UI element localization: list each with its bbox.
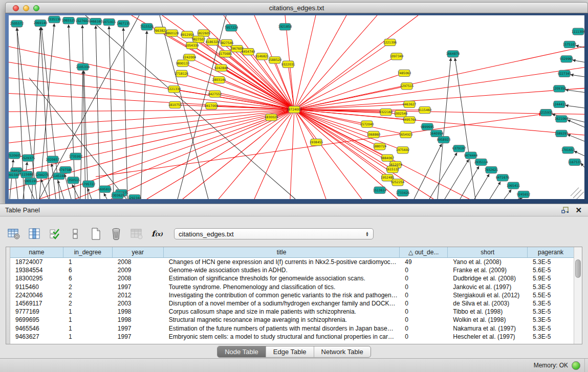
table-cell[interactable]: 5.9E-5 [528, 275, 574, 282]
table-cell[interactable]: 0 [400, 292, 448, 299]
graph-node[interactable] [90, 18, 101, 25]
graph-node[interactable] [198, 30, 209, 36]
column-header-out-degree[interactable]: △ out_de... [400, 247, 448, 257]
graph-node[interactable] [282, 61, 294, 68]
table-cell[interactable]: 0 [400, 283, 448, 291]
table-cell[interactable]: Disruption of a novel member of a sodium… [164, 300, 400, 307]
graph-node[interactable] [70, 153, 81, 160]
table-cell[interactable]: Tibbo et al. (1998) [448, 308, 528, 315]
table-cell[interactable]: Changes of HCN gene expression and I(f) … [164, 258, 400, 266]
table-cell[interactable]: Tourette syndrome. Phenomenology and cla… [164, 283, 400, 291]
table-cell[interactable]: Stergiakouli et al. (2012) [448, 292, 528, 299]
table-cell[interactable]: 6 [63, 275, 113, 282]
table-cell[interactable]: 2 [63, 292, 113, 299]
table-cell[interactable]: Estimation of significance thresholds fo… [164, 275, 400, 282]
table-row[interactable]: 1830029562008Estimation of significance … [10, 274, 574, 282]
table-cell[interactable]: Estimation of the future numbers of pati… [164, 325, 400, 332]
graph-node[interactable] [112, 192, 123, 199]
graph-node[interactable] [431, 130, 442, 137]
table-cell[interactable]: 0 [400, 300, 448, 307]
table-cell[interactable]: 9699695 [10, 316, 63, 323]
table-cell[interactable]: 1 [63, 308, 113, 315]
new-table-icon[interactable] [89, 227, 102, 240]
graph-node[interactable] [453, 145, 465, 152]
table-cell[interactable]: 6 [63, 267, 113, 274]
graph-node[interactable] [554, 85, 565, 92]
graph-node[interactable] [382, 174, 393, 181]
table-cell[interactable]: 0 [400, 333, 448, 340]
graph-node[interactable] [9, 152, 20, 159]
graph-node[interactable] [226, 25, 237, 31]
import-table-icon[interactable] [130, 227, 143, 240]
graph-node[interactable] [561, 56, 572, 62]
table-cell[interactable]: Hescheler et al. (1997) [448, 333, 528, 340]
table-cell[interactable]: Structural magnetic resonance image aver… [164, 316, 400, 323]
graph-node[interactable] [68, 177, 79, 184]
graph-node[interactable] [269, 57, 280, 63]
table-cell[interactable]: 5.3E-5 [528, 316, 574, 323]
graph-node[interactable] [404, 117, 415, 123]
graph-node[interactable] [23, 155, 34, 161]
table-cell[interactable]: 9777169 [10, 308, 63, 315]
table-cell[interactable]: 9465546 [10, 325, 63, 332]
graph-node[interactable] [182, 31, 193, 38]
graph-node[interactable] [129, 194, 140, 199]
graph-node[interactable] [564, 41, 575, 48]
graph-node[interactable] [486, 166, 497, 173]
table-row[interactable]: 1872400712008Changes of HCN gene express… [10, 258, 574, 266]
graph-node[interactable] [556, 130, 567, 137]
graph-node[interactable] [47, 156, 58, 163]
graph-node[interactable] [391, 53, 402, 60]
graph-node[interactable] [573, 28, 584, 35]
graph-node[interactable] [497, 174, 508, 181]
table-cell[interactable]: 0 [400, 325, 448, 332]
column-select-icon[interactable] [28, 227, 41, 240]
window-titlebar[interactable]: citations_edges.txt [5, 2, 588, 13]
graph-node[interactable] [374, 143, 385, 150]
graph-node[interactable] [118, 20, 129, 27]
table-cell[interactable]: 5.3E-5 [528, 333, 574, 340]
graph-node[interactable] [186, 42, 198, 49]
graph-node[interactable] [475, 159, 487, 165]
scrollbar-thumb[interactable] [575, 259, 581, 278]
table-cell[interactable]: 2008 [113, 275, 164, 282]
graph-node[interactable] [63, 17, 74, 24]
graph-node[interactable] [395, 111, 406, 117]
graph-node[interactable] [404, 101, 415, 107]
table-cell[interactable]: 2009 [113, 267, 164, 274]
network-canvas[interactable]: 2505572206914023351361065525152760284661… [9, 15, 584, 199]
table-cell[interactable]: Yano et al. (2008) [448, 258, 528, 266]
table-cell[interactable]: 5.3E-5 [528, 308, 574, 315]
table-cell[interactable]: 0 [400, 275, 448, 282]
table-cell[interactable]: Corpus callosum shape and size in male p… [164, 308, 400, 315]
float-panel-icon[interactable] [561, 207, 569, 214]
graph-node[interactable] [384, 39, 396, 46]
close-panel-icon[interactable]: ✕ [575, 206, 582, 214]
table-cell[interactable]: 5.3E-5 [528, 258, 574, 266]
graph-node[interactable] [559, 70, 570, 77]
table-cell[interactable]: 2 [63, 283, 113, 291]
delete-table-icon[interactable] [110, 227, 123, 240]
graph-node[interactable] [141, 24, 153, 30]
graph-node[interactable] [400, 131, 411, 138]
graph-node[interactable] [77, 18, 88, 25]
graph-node[interactable] [361, 121, 373, 127]
graph-node[interactable] [221, 39, 232, 46]
graph-node[interactable] [465, 152, 476, 159]
table-cell[interactable]: 0 [400, 316, 448, 323]
table-cell[interactable]: 22420046 [10, 292, 63, 299]
graph-node[interactable] [35, 20, 46, 27]
table-cell[interactable]: 18724007 [10, 258, 63, 266]
table-cell[interactable]: 1 [63, 316, 113, 323]
column-header-in-degree[interactable]: in_degree [63, 247, 113, 257]
table-cell[interactable]: Wolkin et al. (1998) [448, 316, 528, 323]
row-select-icon[interactable] [48, 227, 61, 240]
graph-node[interactable] [11, 20, 23, 27]
graph-node[interactable] [399, 70, 410, 76]
tab-node-table[interactable]: Node Table [217, 346, 266, 357]
graph-node[interactable] [518, 191, 529, 198]
table-row[interactable]: 977716911998Corpus callosum shape and si… [10, 308, 574, 316]
graph-node[interactable] [77, 63, 89, 70]
graph-node[interactable] [243, 49, 254, 55]
table-cell[interactable]: 1 [63, 333, 113, 340]
